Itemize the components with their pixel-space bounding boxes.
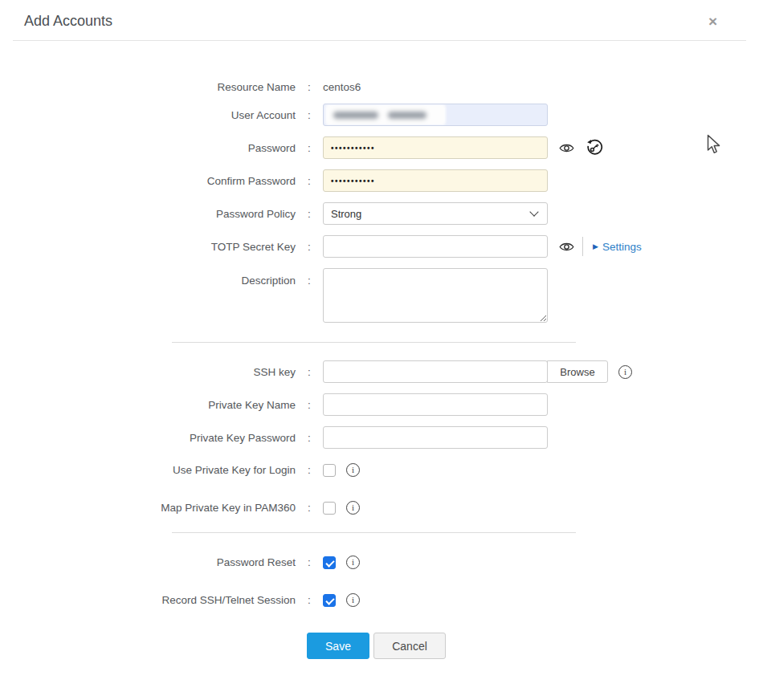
arrow-right-icon: ▶ [593,242,598,250]
private-key-name-label: Private Key Name [0,399,296,411]
colon: : [296,208,323,220]
close-icon[interactable]: × [708,14,717,29]
use-private-key-label: Use Private Key for Login [0,464,296,476]
password-reset-checkbox[interactable] [323,556,336,569]
private-key-name-row: Private Key Name : [0,393,759,416]
password-policy-row: Password Policy : Strong [0,202,759,225]
browse-button[interactable]: Browse [547,360,608,383]
totp-secret-key-label: TOTP Secret Key [0,241,296,253]
confirm-password-input[interactable] [323,169,548,192]
record-session-label: Record SSH/Telnet Session [0,594,296,606]
colon: : [296,81,323,93]
description-row: Description : [0,268,759,323]
section-divider [172,342,576,343]
dialog-header: Add Accounts × [13,0,746,41]
ssh-key-input[interactable] [323,360,548,383]
resource-name-row: Resource Name : centos6 [0,81,759,93]
description-label: Description [0,268,296,287]
add-accounts-dialog: Add Accounts × Resource Name : centos6 U… [0,0,759,700]
user-account-label: User Account [0,109,296,121]
info-glyph: i [352,503,354,512]
info-icon[interactable]: i [346,501,360,515]
colon: : [296,241,323,253]
show-password-eye-icon[interactable] [559,140,574,156]
info-glyph: i [352,466,354,474]
password-policy-label: Password Policy [0,208,296,220]
info-glyph: i [624,368,626,376]
password-reset-label: Password Reset [0,556,296,568]
password-input[interactable] [323,136,548,159]
confirm-password-label: Confirm Password [0,175,296,187]
colon: : [296,464,323,476]
totp-settings-link-label: Settings [602,241,642,253]
ssh-key-label: SSH key [0,366,296,378]
ssh-key-row: SSH key : Browse i [0,360,759,383]
add-account-form: Resource Name : centos6 User Account : P… [0,81,759,659]
password-policy-selected-value: Strong [331,208,361,220]
private-key-password-input[interactable] [323,426,548,449]
confirm-password-row: Confirm Password : [0,169,759,192]
redacted-blob [333,112,378,119]
colon: : [296,556,323,568]
colon: : [296,432,323,444]
totp-settings-link[interactable]: ▶ Settings [593,241,642,253]
resource-name-value: centos6 [323,81,361,93]
password-label: Password [0,142,296,154]
chevron-down-icon [529,207,538,216]
totp-secret-key-input[interactable] [323,235,548,258]
colon: : [296,502,323,514]
map-private-key-checkbox[interactable] [323,502,336,515]
private-key-password-row: Private Key Password : [0,426,759,449]
use-private-key-row: Use Private Key for Login : i [0,463,759,477]
colon: : [296,268,323,287]
colon: : [296,399,323,411]
map-private-key-row: Map Private Key in PAM360 : i [0,501,759,515]
redacted-blob [388,112,426,119]
colon: : [296,109,323,121]
record-session-checkbox[interactable] [323,594,336,607]
info-icon[interactable]: i [618,365,632,379]
save-button[interactable]: Save [307,633,369,659]
action-buttons: Save Cancel [0,633,759,659]
user-account-redacted-value [325,104,446,125]
private-key-password-label: Private Key Password [0,432,296,444]
info-icon[interactable]: i [346,463,360,477]
colon: : [296,366,323,378]
colon: : [296,142,323,154]
private-key-name-input[interactable] [323,393,548,416]
info-icon[interactable]: i [346,556,360,569]
cancel-button[interactable]: Cancel [373,633,446,659]
info-glyph: i [352,596,354,604]
resource-name-label: Resource Name [0,81,296,93]
show-totp-eye-icon[interactable] [559,239,574,254]
info-glyph: i [352,558,354,567]
password-row: Password : [0,136,759,159]
colon: : [296,594,323,606]
colon: : [296,175,323,187]
info-icon[interactable]: i [346,593,360,607]
password-policy-select[interactable]: Strong [323,202,548,225]
totp-secret-key-row: TOTP Secret Key : ▶ Settings [0,235,759,258]
record-session-row: Record SSH/Telnet Session : i [0,593,759,607]
vertical-divider [582,237,583,256]
use-private-key-checkbox[interactable] [323,464,336,477]
page-title: Add Accounts [24,13,112,30]
description-textarea[interactable] [323,268,548,323]
map-private-key-label: Map Private Key in PAM360 [0,502,296,514]
generate-password-icon[interactable] [586,139,603,157]
user-account-row: User Account : [0,104,759,126]
user-account-field[interactable] [323,104,548,126]
password-reset-row: Password Reset : i [0,556,759,569]
section-divider [172,532,576,533]
